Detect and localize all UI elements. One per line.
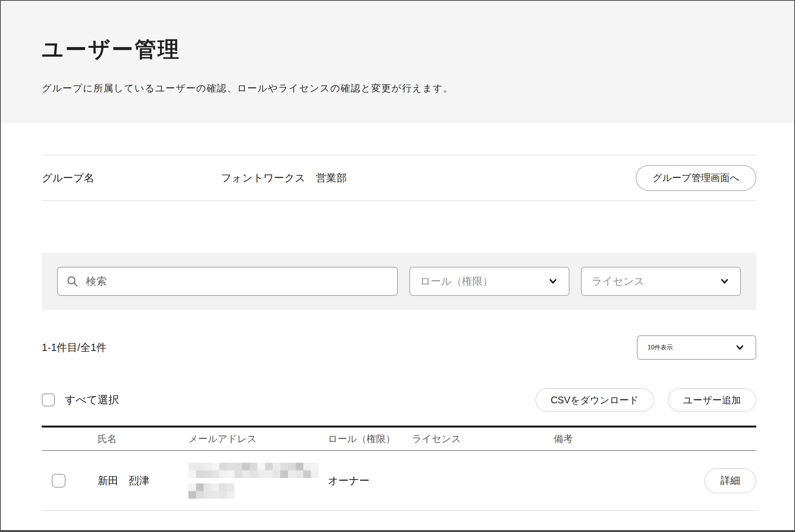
search-icon bbox=[66, 275, 79, 287]
role-filter-placeholder: ロール（権限） bbox=[420, 274, 493, 288]
result-count: 1-1件目/全1件 bbox=[42, 341, 107, 354]
header-note: 備考 bbox=[554, 432, 687, 445]
header-name: 氏名 bbox=[98, 432, 188, 445]
select-all-checkbox[interactable] bbox=[42, 393, 55, 406]
page-size-value: 10件表示 bbox=[648, 344, 673, 352]
header-role: ロール（権限） bbox=[328, 432, 412, 445]
table-row: 新田 烈津 オーナー 詳細 bbox=[42, 451, 756, 511]
list-actions: CSVをダウンロード ユーザー追加 bbox=[535, 388, 756, 412]
csv-download-button[interactable]: CSVをダウンロード bbox=[535, 388, 654, 412]
header-email: メールアドレス bbox=[188, 432, 328, 445]
group-section: グループ名 フォントワークス 営業部 グループ管理画面へ bbox=[42, 155, 756, 201]
chevron-down-icon bbox=[547, 276, 559, 287]
search-input[interactable] bbox=[85, 275, 389, 288]
row-name: 新田 烈津 bbox=[98, 474, 188, 488]
select-all-label: すべて選択 bbox=[65, 393, 119, 407]
filter-bar: ロール（権限） ライセンス bbox=[42, 253, 756, 310]
row-checkbox-cell bbox=[42, 474, 98, 488]
row-email-redacted bbox=[188, 463, 328, 499]
row-checkbox[interactable] bbox=[52, 474, 65, 488]
row-role: オーナー bbox=[328, 474, 412, 488]
license-filter-placeholder: ライセンス bbox=[592, 274, 645, 288]
add-user-button[interactable]: ユーザー追加 bbox=[668, 388, 756, 412]
page-size-select[interactable]: 10件表示 bbox=[637, 335, 756, 360]
page-header: ユーザー管理 グループに所属しているユーザーの確認、ロールやライセンスの確認と変… bbox=[1, 1, 794, 123]
detail-button[interactable]: 詳細 bbox=[704, 468, 756, 493]
group-name-value: フォントワークス 営業部 bbox=[221, 171, 636, 185]
redacted-email-line2 bbox=[188, 483, 328, 499]
role-filter-select[interactable]: ロール（権限） bbox=[409, 267, 569, 296]
header-license: ライセンス bbox=[412, 432, 554, 445]
selectall-row: すべて選択 CSVをダウンロード ユーザー追加 bbox=[42, 388, 756, 412]
group-admin-button[interactable]: グループ管理画面へ bbox=[636, 165, 756, 191]
user-table: 氏名 メールアドレス ロール（権限） ライセンス 備考 新田 烈津 bbox=[42, 426, 756, 511]
user-management-page: ユーザー管理 グループに所属しているユーザーの確認、ロールやライセンスの確認と変… bbox=[0, 0, 795, 532]
search-box[interactable] bbox=[57, 267, 398, 296]
count-row: 1-1件目/全1件 10件表示 bbox=[42, 335, 756, 360]
chevron-down-icon bbox=[734, 342, 746, 353]
group-name-label: グループ名 bbox=[42, 171, 221, 185]
page-subtitle: グループに所属しているユーザーの確認、ロールやライセンスの確認と変更が行えます。 bbox=[42, 82, 753, 95]
chevron-down-icon bbox=[719, 276, 730, 287]
page-title: ユーザー管理 bbox=[42, 1, 753, 64]
license-filter-select[interactable]: ライセンス bbox=[581, 267, 741, 296]
redacted-email-line1 bbox=[188, 463, 328, 478]
table-header: 氏名 メールアドレス ロール（権限） ライセンス 備考 bbox=[42, 426, 756, 451]
content: グループ名 フォントワークス 営業部 グループ管理画面へ ロール（権限） bbox=[1, 155, 794, 511]
